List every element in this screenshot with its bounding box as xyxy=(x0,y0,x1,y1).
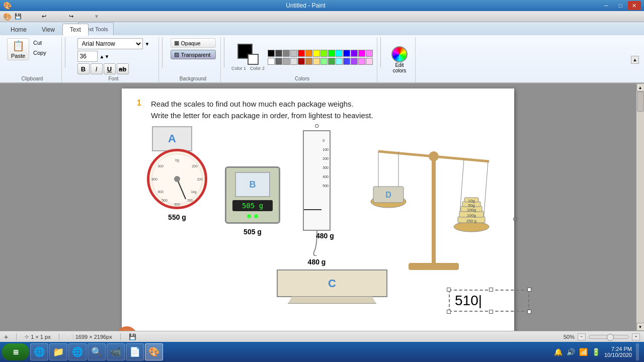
add-button[interactable]: + xyxy=(4,333,8,341)
chrome-icon: 🌐 xyxy=(72,346,83,357)
separator-4 xyxy=(380,37,381,67)
minimize-button[interactable]: ─ xyxy=(600,1,613,10)
swatch-light-gray[interactable] xyxy=(283,58,290,65)
swatch-violet[interactable] xyxy=(351,50,358,57)
scale-d-label-text: 480 g xyxy=(316,232,334,240)
font-family-select[interactable]: Arial Narrow xyxy=(77,38,143,49)
vscroll-down-button[interactable]: ▼ xyxy=(636,323,645,331)
qat-undo-button[interactable]: ↩ xyxy=(40,12,66,21)
swatch-purple[interactable] xyxy=(351,58,358,65)
svg-text:0g: 0g xyxy=(175,158,179,162)
paint-icon: 🎨 xyxy=(148,346,159,357)
swatch-lighter[interactable] xyxy=(290,58,297,65)
dial-center xyxy=(174,176,180,182)
taskbar-paint[interactable]: 🎨 xyxy=(145,343,163,360)
maximize-button[interactable]: □ xyxy=(614,1,627,10)
swatch-white[interactable] xyxy=(268,58,275,65)
swatch-lime[interactable] xyxy=(320,50,328,57)
svg-line-11 xyxy=(177,179,186,199)
italic-button[interactable]: I xyxy=(91,63,103,74)
handle-tm[interactable] xyxy=(489,288,493,292)
swatch-dark-green[interactable] xyxy=(328,58,335,65)
zoom-slider[interactable] xyxy=(589,335,629,339)
show-desktop-button[interactable] xyxy=(636,343,639,360)
swatch-yellow[interactable] xyxy=(313,50,320,57)
swatch-bright-blue[interactable] xyxy=(343,58,350,65)
swatch-light-yellow[interactable] xyxy=(313,58,320,65)
canvas-scroll[interactable]: 1 Read the scales to find out how much e… xyxy=(0,83,636,331)
edit-colors-content: Editcolors xyxy=(388,38,411,81)
copy-button[interactable]: Copy xyxy=(31,48,57,57)
swatch-silver[interactable] xyxy=(290,50,297,57)
tab-view[interactable]: View xyxy=(34,24,62,35)
swatch-dark-red[interactable] xyxy=(298,58,305,65)
cut-button[interactable]: Cut xyxy=(31,38,57,47)
taskbar-chrome[interactable]: 🌐 xyxy=(68,343,87,360)
vscroll-up-button[interactable]: ▲ xyxy=(636,83,645,92)
swatch-pink[interactable] xyxy=(366,50,373,57)
handle-bl[interactable] xyxy=(447,310,451,314)
swatch-light-green[interactable] xyxy=(320,58,328,65)
font-group: Arial Narrow ▼ ▲▼ B I U ab Font xyxy=(68,37,159,82)
handle-tl[interactable] xyxy=(447,288,451,292)
zoom-in-button[interactable]: + xyxy=(632,333,640,340)
question-number: 1 xyxy=(137,99,145,108)
swatch-black[interactable] xyxy=(268,50,275,57)
qat-redo-button[interactable]: ↪ xyxy=(67,12,93,21)
taskbar-explorer[interactable]: 📁 xyxy=(49,343,67,360)
swatch-gray[interactable] xyxy=(283,50,290,57)
close-button[interactable]: ✕ xyxy=(628,1,641,10)
handle-bm[interactable] xyxy=(489,310,493,314)
colors-group-content: Color 1 Color 2 xyxy=(231,38,373,76)
swatch-magenta[interactable] xyxy=(358,50,365,57)
swatch-green[interactable] xyxy=(328,50,335,57)
tab-text[interactable]: Text xyxy=(62,24,89,36)
colors-label: Colors xyxy=(295,76,309,82)
svg-text:700: 700 xyxy=(187,199,193,202)
qat-save-button[interactable]: 💾 xyxy=(13,12,39,21)
swatch-brown[interactable] xyxy=(305,58,312,65)
swatch-mid[interactable] xyxy=(275,58,282,65)
start-button[interactable]: ⊞ xyxy=(2,343,29,360)
zoom-thumb[interactable] xyxy=(607,334,614,341)
vscroll-thumb[interactable] xyxy=(637,92,644,112)
swatch-cyan[interactable] xyxy=(336,50,343,57)
svg-rect-13 xyxy=(409,263,459,270)
taskbar-acrobat[interactable]: 📄 xyxy=(126,343,144,360)
swatch-pale-pink[interactable] xyxy=(366,58,373,65)
bold-button[interactable]: B xyxy=(77,63,90,74)
save-indicator: 💾 xyxy=(129,333,136,340)
taskbar-ie[interactable]: 🌐 xyxy=(30,343,48,360)
rainbow-icon xyxy=(391,46,408,62)
handle-tr[interactable] xyxy=(527,288,531,292)
canvas-right-handle[interactable] xyxy=(513,217,517,221)
taskbar: ⊞ 🌐 📁 🌐 🔍 📹 📄 🎨 🔔 🔊 📶 🔋 7:24 PM 10/10/20… xyxy=(0,342,644,362)
color2-preview[interactable] xyxy=(248,54,259,65)
font-group-content: Arial Narrow ▼ ▲▼ B I U ab xyxy=(77,38,150,76)
handle-br[interactable] xyxy=(527,310,531,314)
cursor-icon: ⊹ xyxy=(25,334,29,339)
swatch-orange[interactable] xyxy=(305,50,312,57)
underline-button[interactable]: U xyxy=(104,63,116,74)
tab-home[interactable]: Home xyxy=(3,24,34,35)
titlebar-left: 🎨 xyxy=(3,2,12,10)
taskbar-search[interactable]: 🔍 xyxy=(88,343,106,360)
text-field[interactable]: 510| xyxy=(449,290,529,312)
strikethrough-button[interactable]: ab xyxy=(117,63,129,74)
font-size-input[interactable] xyxy=(77,51,98,62)
transparent-button[interactable]: ▨ Transparent xyxy=(171,50,216,59)
swatch-blue[interactable] xyxy=(343,50,350,57)
paste-button[interactable]: 📋 Paste xyxy=(7,38,29,60)
zoom-out-button[interactable]: − xyxy=(578,333,586,340)
opaque-button[interactable]: ▦ Opaque xyxy=(171,38,216,48)
taskbar-right: 🔔 🔊 📶 🔋 7:24 PM 10/10/2020 xyxy=(554,343,642,360)
swatch-light-pink[interactable] xyxy=(358,58,365,65)
edit-colors-button[interactable]: Editcolors xyxy=(388,44,411,76)
swatch-dark[interactable] xyxy=(275,50,282,57)
swatch-red[interactable] xyxy=(298,50,305,57)
ribbon-collapse-button[interactable]: ▲ xyxy=(631,56,639,64)
canvas-paper[interactable]: 1 Read the scales to find out how much e… xyxy=(122,88,514,331)
taskbar-zoom[interactable]: 📹 xyxy=(107,343,125,360)
swatch-light-cyan[interactable] xyxy=(336,58,343,65)
quick-access-toolbar: 🎨 💾 ↩ ↪ ▼ xyxy=(0,11,644,22)
